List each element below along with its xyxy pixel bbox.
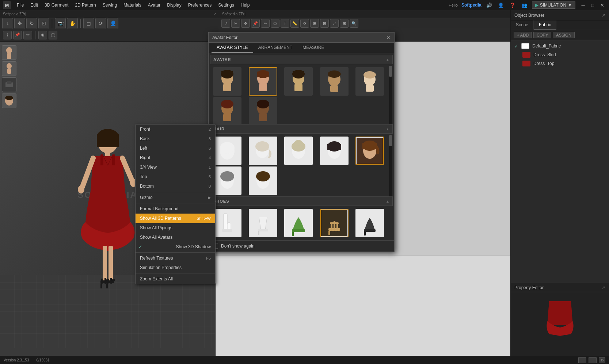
hair-thumb-7[interactable] [249,166,277,195]
fabric-item-skirt[interactable]: Dress_Skirt [512,50,608,59]
viewport-2d-bottom[interactable] [216,256,510,356]
speaker-icon[interactable]: 🔊 [485,1,493,9]
shoes-section-collapse[interactable]: ▲ [386,199,389,203]
ctx-sim-properties[interactable]: Simulation Properties [136,263,215,272]
menu-materials[interactable]: Materials [121,1,144,9]
fabric-item-default[interactable]: ✓ Default_Fabric [512,42,608,50]
avatar-section-collapse[interactable]: ▲ [386,58,389,62]
tool-select[interactable]: ↓ [2,18,13,29]
avatar-thumb-4[interactable] [320,67,349,96]
person2-icon[interactable]: 👥 [520,1,528,9]
thumb-torso[interactable] [2,61,16,76]
property-editor-collapse[interactable]: ↗ [602,285,605,290]
menu-display[interactable]: Display [164,1,184,9]
tab-fabric[interactable]: Fabric [534,20,556,30]
tool-2d-grid[interactable]: ⊞ [340,19,349,28]
tab-scene[interactable]: Scene [511,20,534,30]
menu-3d-garment[interactable]: 3D Garment [42,1,71,9]
tool-rotate[interactable]: ↻ [26,18,37,29]
tool-sewing[interactable]: ⟳ [95,18,106,29]
add-fabric-button[interactable]: + ADD [514,32,532,38]
tool-2d-apply[interactable]: ⊞ [310,19,319,28]
avatar-thumb-6[interactable] [213,97,241,124]
tab-avatar-style[interactable]: AVATAR STYLE [212,43,253,53]
hair-thumb-2[interactable] [249,137,277,165]
close-icon[interactable]: ✕ [598,1,606,9]
tool-2d-zoom[interactable]: 🔍 [350,19,358,28]
shoe-thumb-3[interactable] [284,209,313,237]
thumb-full[interactable] [2,45,16,60]
panel-collapse-icon[interactable]: ↗ [602,13,605,18]
ctx-right[interactable]: Right 4 [136,153,215,162]
avatar-thumb-2[interactable] [249,67,277,96]
tool-2d-text[interactable]: T [281,19,289,28]
avatar-thumb-7[interactable] [249,97,277,124]
simulation-dropdown[interactable]: ▶ SIMULATION ▼ [532,1,575,9]
help-icon[interactable]: ❓ [509,1,517,9]
ctx-zoom-extents[interactable]: Zoom Extents All [136,274,215,284]
menu-settings[interactable]: Settings [215,1,237,9]
menu-help[interactable]: Help [238,1,253,9]
tool-2d-move[interactable]: ✥ [241,19,250,28]
hair-thumb-3[interactable] [284,137,313,165]
menu-preferences[interactable]: Preferences [185,1,215,9]
ctx-refresh-textures[interactable]: Refresh Textures F5 [136,253,215,263]
tool-2d-draw[interactable]: ✏ [261,19,270,28]
ctx-34view[interactable]: 3/4 View 1 [136,162,215,172]
ctx-bottom[interactable]: Bottom 0 [136,181,215,191]
tool-pin[interactable]: 📌 [13,31,22,39]
tool-select2[interactable]: ⊹ [3,31,12,39]
assign-fabric-button[interactable]: ASSIGN [553,32,575,38]
hair-section-collapse[interactable]: ▲ [386,127,389,131]
ctx-show-3d-patterns[interactable]: Show All 3D Patterns Shift+W [136,214,215,223]
avatar-thumb-3[interactable] [284,67,313,96]
menu-edit[interactable]: Edit [27,1,41,9]
tool-2d-pin[interactable]: 📌 [251,19,260,28]
tool-2d-sew[interactable]: ⟳ [300,19,309,28]
ctx-left[interactable]: Left 6 [136,143,215,153]
hair-scroll[interactable] [389,135,392,196]
view-grid-icon[interactable] [578,357,586,363]
ctx-show-shadow[interactable]: ✓ Show 3D Shadow [136,242,215,252]
viewport-expand-icon[interactable]: ⤢ [213,12,216,16]
tool-move[interactable]: ✥ [14,18,25,29]
tool-2d-select[interactable]: ↗ [221,19,230,28]
shoe-thumb-4[interactable] [320,209,349,237]
ctx-top[interactable]: Top 5 [136,172,215,181]
hair-thumb-1[interactable] [213,137,241,165]
shoe-thumb-1[interactable] [213,209,241,237]
minimize-icon[interactable]: ─ [579,1,587,9]
hair-section-header[interactable]: HAIR ▲ [210,124,393,134]
ctx-back[interactable]: Back 8 [136,134,215,143]
tool-avatar[interactable]: 👤 [107,18,118,29]
tool-camera[interactable]: 📷 [55,18,66,29]
menu-sewing[interactable]: Sewing [100,1,120,9]
view-list-icon[interactable] [589,357,597,363]
tool-scale[interactable]: ⊡ [38,18,49,29]
settings-icon[interactable]: ⚙ [599,357,605,363]
avatar-thumb-5[interactable] [355,67,384,96]
avatar-scroll[interactable] [389,66,392,124]
thumb-head[interactable] [2,77,16,92]
copy-fabric-button[interactable]: COPY [533,32,551,38]
tool-2d-shape[interactable]: ⬡ [271,19,279,28]
avatar-section-header[interactable]: AVATAR ▲ [210,55,393,64]
tool-2d-fold[interactable]: ⊟ [320,19,329,28]
tool-2d-mirror[interactable]: ⇌ [330,19,339,28]
shoe-thumb-2[interactable] [249,209,277,237]
shoes-section-header[interactable]: SHOES ▲ [210,196,393,206]
maximize-icon[interactable]: □ [589,1,597,9]
ctx-gizmo[interactable]: Gizmo ▶ [136,193,215,202]
thumb-face[interactable] [2,93,16,108]
tool-2d-cut[interactable]: ✂ [231,19,240,28]
tool-pan[interactable]: ✋ [67,18,78,29]
menu-2d-pattern[interactable]: 2D Pattern [72,1,99,9]
ctx-front[interactable]: Front 2 [136,124,215,134]
tool-2d-measure[interactable]: 📏 [290,19,299,28]
account-icon[interactable]: 👤 [497,1,505,9]
fabric-item-top[interactable]: Dress_Top [512,59,608,68]
tool-garment[interactable]: ◻ [83,18,94,29]
tool-edit[interactable]: ✏ [23,31,32,39]
hair-thumb-5[interactable] [355,137,384,165]
ctx-format-bg[interactable]: Format Background [136,204,215,214]
